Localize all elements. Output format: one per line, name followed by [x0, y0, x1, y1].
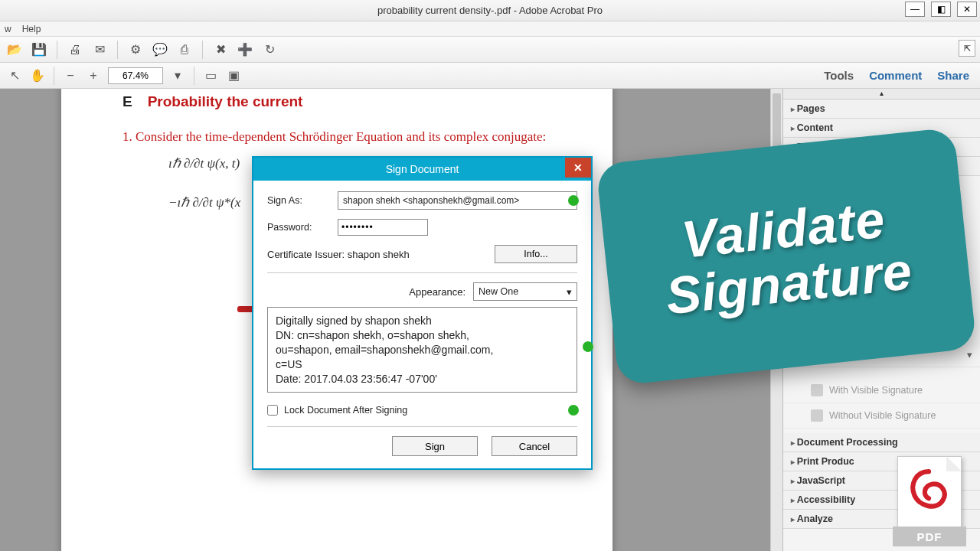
sign-as-select[interactable]: shapon shekh <shaponshekh@gmail.com> ▾	[338, 191, 577, 210]
help-icon[interactable]	[583, 341, 593, 352]
sign-as-label: Sign As:	[267, 195, 328, 206]
pdf-fold	[946, 456, 962, 471]
gear-icon[interactable]: ⚙	[127, 41, 144, 58]
sig-line: Date: 2017.04.03 23:56:47 -07'00'	[276, 372, 569, 386]
divider	[267, 272, 577, 273]
page-rotate-icon[interactable]: ↻	[261, 41, 278, 58]
maximize-button[interactable]: ◧	[931, 2, 951, 17]
appearance-value: New One	[479, 286, 518, 297]
sig-line: c=US	[276, 357, 569, 372]
main-toolbar: 📂 💾 🖨 ✉ ⚙ 💬 ⎙ ✖ ➕ ↻	[0, 37, 980, 63]
comment-link[interactable]: Comment	[869, 69, 922, 82]
section-title: Probability the current	[148, 93, 303, 110]
window-title: probability current density-.pdf - Adobe…	[377, 5, 603, 16]
menubar: w Help	[0, 21, 980, 37]
section-heading: E Probability the current	[122, 93, 567, 110]
appearance-select[interactable]: New One ▾	[473, 282, 577, 301]
info-button[interactable]: Info...	[495, 245, 577, 263]
save-icon[interactable]: 💾	[31, 41, 47, 58]
panel-cat-document-processing[interactable]: Document Processing	[783, 433, 980, 452]
pen-icon	[811, 384, 823, 396]
zoom-level[interactable]: 67.4%	[108, 67, 163, 84]
dialog-close-button[interactable]: ✕	[565, 158, 591, 178]
sig-line: Digitally signed by shapon shekh	[276, 314, 569, 328]
pdf-file-icon: PDF	[893, 456, 966, 546]
sig-line: ou=shapon, email=shaponshekh@gmail.com,	[276, 343, 569, 357]
stamp-icon[interactable]: ⎙	[176, 41, 193, 58]
restore-panels-button[interactable]: ⇱	[959, 40, 975, 57]
visible-signature-label: With Visible Signature	[829, 385, 923, 396]
view-toolbar: ↖ ✋ − + 67.4% ▾ ▭ ▣ Tools Comment Share	[0, 63, 980, 89]
chevron-down-icon: ▾	[567, 286, 572, 298]
fit-width-icon[interactable]: ▭	[202, 67, 219, 84]
close-button[interactable]: ✕	[957, 2, 977, 17]
pdf-label: PDF	[893, 527, 966, 546]
titlebar: probability current density-.pdf - Adobe…	[0, 0, 980, 21]
help-icon[interactable]	[568, 405, 579, 416]
signature-preview: Digitally signed by shapon shekh DN: cn=…	[267, 307, 577, 393]
panel-scroll-up[interactable]: ▴	[783, 89, 980, 99]
page-x-icon[interactable]: ✖	[212, 41, 229, 58]
validate-signature-badge: Validate Signature	[596, 127, 977, 386]
sig-line: DN: cn=shapon shekh, o=shapon shekh,	[276, 328, 569, 343]
zoom-in-icon[interactable]: +	[85, 67, 102, 84]
panel-cat-pages[interactable]: Pages	[783, 99, 980, 119]
panel-item-invisible-signature[interactable]: Without Visible Signature	[783, 403, 980, 429]
section-letter: E	[122, 93, 132, 110]
adobe-swirl-icon	[905, 467, 952, 514]
panel-item-visible-signature[interactable]: With Visible Signature	[783, 378, 980, 403]
menu-item-help[interactable]: Help	[22, 24, 41, 34]
separator	[57, 41, 57, 59]
invisible-signature-label: Without Visible Signature	[829, 410, 936, 421]
minimize-button[interactable]: —	[905, 2, 925, 17]
dialog-titlebar[interactable]: Sign Document ✕	[253, 158, 591, 181]
mail-icon[interactable]: ✉	[91, 41, 108, 58]
sign-document-dialog: Sign Document ✕ Sign As: shapon shekh <s…	[252, 156, 593, 470]
divider	[267, 426, 577, 427]
open-icon[interactable]: 📂	[6, 41, 23, 58]
sign-button[interactable]: Sign	[392, 436, 478, 456]
separator	[117, 41, 118, 59]
separator	[194, 67, 194, 85]
comment-icon[interactable]: 💬	[152, 41, 168, 58]
separator	[202, 41, 203, 59]
page-plus-icon[interactable]: ➕	[237, 41, 253, 58]
print-icon[interactable]: 🖨	[67, 41, 83, 58]
password-label: Password:	[267, 222, 328, 233]
cancel-button[interactable]: Cancel	[492, 436, 577, 456]
appearance-label: Appearance:	[409, 286, 466, 298]
share-link[interactable]: Share	[937, 69, 969, 82]
zoom-dropdown-icon[interactable]: ▾	[169, 67, 186, 84]
hand-icon[interactable]: ✋	[29, 67, 46, 84]
separator	[54, 67, 54, 85]
fit-page-icon[interactable]: ▣	[225, 67, 242, 84]
sign-as-value: shapon shekh <shaponshekh@gmail.com>	[343, 195, 519, 206]
ribbon-icon	[811, 409, 823, 422]
question-text: 1. Consider the time-dependent Schröding…	[122, 129, 567, 146]
help-icon[interactable]	[568, 195, 579, 206]
zoom-out-icon[interactable]: −	[62, 67, 79, 84]
password-input[interactable]	[338, 219, 428, 236]
menu-item[interactable]: w	[5, 24, 11, 34]
tools-link[interactable]: Tools	[824, 69, 854, 82]
chevron-down-icon: ▾	[967, 349, 972, 360]
lock-document-checkbox[interactable]	[267, 405, 278, 416]
pointer-icon[interactable]: ↖	[6, 67, 23, 84]
lock-document-label: Lock Document After Signing	[284, 405, 407, 416]
dialog-title: Sign Document	[386, 163, 459, 175]
certificate-issuer: Certificate Issuer: shapon shekh	[267, 249, 410, 260]
